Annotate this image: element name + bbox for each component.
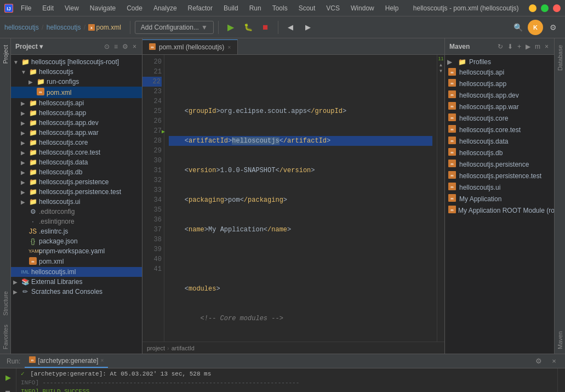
bottom-stop-button[interactable]: ⏹: [2, 386, 15, 392]
menu-refactor[interactable]: Refactor: [184, 3, 217, 13]
menu-tools[interactable]: Tools: [268, 3, 292, 13]
tree-item-app-dev[interactable]: ▶ 📁 helloscoutjs.app.dev: [11, 118, 142, 128]
stop-button[interactable]: ⏹: [258, 20, 273, 35]
code-line-23: <version>1.0.0-SNAPSHOT</version>: [169, 166, 432, 175]
editor-tab-pom[interactable]: m pom.xml (helloscoutjs) ×: [142, 39, 238, 54]
tree-item-core-test[interactable]: ▶ 📁 helloscoutjs.core.test: [11, 147, 142, 157]
maven-module-persistence-test[interactable]: m helloscoutjs.persistence.test: [445, 170, 554, 181]
menu-help[interactable]: Help: [381, 3, 403, 13]
menu-vcs[interactable]: VCS: [322, 3, 344, 13]
maven-module-persistence[interactable]: m helloscoutjs.persistence: [445, 158, 554, 170]
maven-add-button[interactable]: +: [516, 42, 522, 52]
tab-label: pom.xml (helloscoutjs): [159, 43, 224, 51]
maven-module-app[interactable]: m helloscoutjs.app: [445, 78, 554, 89]
editor-content[interactable]: 20 21 22 23 24 25 26 27 ▶ 28 29 30 31 32…: [142, 55, 444, 342]
tab-close-icon[interactable]: ×: [227, 44, 231, 50]
maven-module-app-dev[interactable]: m helloscoutjs.app.dev: [445, 89, 554, 101]
maven-profiles-section[interactable]: ▶ 📁 Profiles: [445, 57, 554, 67]
maximize-button[interactable]: [541, 4, 549, 12]
tree-item-editorconfig[interactable]: ⚙ .editorconfig: [11, 207, 142, 217]
close-button[interactable]: [553, 4, 561, 12]
tree-item-root[interactable]: ▼ 📁 helloscoutjs [helloscoutjs-root]: [11, 57, 142, 67]
run-button[interactable]: ▶: [223, 20, 238, 35]
maven-module-app-war[interactable]: m helloscoutjs.app.war: [445, 101, 554, 112]
bottom-settings-button[interactable]: ⚙: [532, 355, 545, 368]
folder-icon: 📁: [28, 158, 37, 166]
bottom-run-button[interactable]: ▶: [2, 371, 15, 384]
menu-view[interactable]: View: [60, 3, 83, 13]
maven-module-core-test[interactable]: m helloscoutjs.core.test: [445, 124, 554, 135]
tree-item-scratches[interactable]: ▶ ✏ Scratches and Consoles: [11, 287, 142, 297]
tree-item-db[interactable]: ▶ 📁 helloscoutjs.db: [11, 167, 142, 177]
add-configuration-button[interactable]: Add Configuration... ▼: [135, 21, 214, 34]
tree-item-iml[interactable]: IML helloscoutjs.iml: [11, 267, 142, 277]
maven-reload-button[interactable]: ↻: [496, 42, 504, 52]
maven-module-ui[interactable]: m helloscoutjs.ui: [445, 181, 554, 193]
maven-m-button[interactable]: m: [534, 42, 541, 52]
maven-module-core[interactable]: m helloscoutjs.core: [445, 112, 554, 124]
sidebar-tab-project[interactable]: Project: [1, 41, 10, 68]
run-tab-archetype[interactable]: m [archetype:generate] ×: [25, 354, 108, 368]
tree-item-persistence[interactable]: ▶ 📁 helloscoutjs.persistence: [11, 177, 142, 187]
tree-item-eslintrc[interactable]: JS .eslintrc.js: [11, 226, 142, 236]
tree-item-app[interactable]: ▶ 📁 helloscoutjs.app: [11, 108, 142, 118]
menu-window[interactable]: Window: [346, 3, 379, 13]
tree-item-pom-xml-main[interactable]: m pom.xml: [11, 87, 142, 98]
tree-item-pnpm-yaml[interactable]: YAML pnpm-workspace.yaml: [11, 246, 142, 256]
project-hide-button[interactable]: ×: [132, 42, 138, 52]
tree-item-package-json[interactable]: {} package.json: [11, 236, 142, 246]
counter-up-icon[interactable]: ▲: [439, 63, 443, 67]
tree-item-pom-xml-root[interactable]: m pom.xml: [11, 256, 142, 267]
tree-item-run-configs[interactable]: ▶ 📁 run-configs: [11, 77, 142, 87]
locate-file-button[interactable]: ⊙: [103, 42, 111, 52]
sidebar-tab-favorites[interactable]: Favorites: [1, 320, 10, 354]
maven-close-button[interactable]: ×: [544, 42, 550, 52]
toolbar-forward-button[interactable]: ▶: [300, 20, 316, 35]
tree-item-data[interactable]: ▶ 📁 helloscoutjs.data: [11, 157, 142, 167]
search-everywhere-button[interactable]: 🔍: [510, 20, 526, 35]
tree-item-helloscoutjs[interactable]: ▼ 📁 helloscoutjs: [11, 67, 142, 77]
menu-analyze[interactable]: Analyze: [149, 3, 181, 13]
menu-file[interactable]: File: [16, 3, 36, 13]
module-icon: m: [448, 206, 456, 215]
breadcrumb-artifactid[interactable]: artifactId: [172, 345, 195, 351]
menu-edit[interactable]: Edit: [38, 3, 58, 13]
collapse-all-button[interactable]: ≡: [113, 42, 119, 52]
bottom-scroll-bar[interactable]: [557, 368, 565, 392]
code-line-25: <name>My Application</name>: [169, 225, 432, 235]
project-settings-button[interactable]: ⚙: [121, 42, 129, 52]
debug-button[interactable]: 🐛: [241, 20, 256, 35]
tree-item-core[interactable]: ▶ 📁 helloscoutjs.core: [11, 138, 142, 147]
menu-build[interactable]: Build: [219, 3, 243, 13]
menu-run[interactable]: Run: [245, 3, 266, 13]
minimize-button[interactable]: [529, 4, 537, 12]
sidebar-tab-database[interactable]: Database: [556, 41, 564, 75]
menu-code[interactable]: Code: [122, 3, 147, 13]
tree-item-external-libs[interactable]: ▶ 📚 External Libraries: [11, 277, 142, 287]
maven-module-db[interactable]: m helloscoutjs.db: [445, 147, 554, 158]
sidebar-tab-structure[interactable]: Structure: [1, 287, 10, 320]
tree-item-api[interactable]: ▶ 📁 helloscoutjs.api: [11, 98, 142, 108]
user-profile-icon[interactable]: K: [528, 20, 543, 35]
tree-item-ui[interactable]: ▶ 📁 helloscoutjs.ui: [11, 197, 142, 207]
counter-down-icon[interactable]: ▼: [439, 69, 443, 73]
run-gutter-icon: ▶: [162, 127, 165, 137]
code-editor[interactable]: <groupId>org.eclipse.scout.apps</groupId…: [164, 55, 437, 342]
run-tab-close-icon[interactable]: ×: [100, 357, 104, 363]
settings-button[interactable]: ⚙: [545, 20, 561, 35]
maven-module-my-app[interactable]: m My Application: [445, 193, 554, 204]
maven-module-data[interactable]: m helloscoutjs.data: [445, 135, 554, 147]
maven-download-button[interactable]: ⬇: [506, 42, 514, 52]
toolbar-back-button[interactable]: ◀: [283, 20, 298, 35]
menu-scout[interactable]: Scout: [294, 3, 320, 13]
tree-item-eslintignore[interactable]: · .eslintignore: [11, 217, 142, 226]
tree-item-persistence-test[interactable]: ▶ 📁 helloscoutjs.persistence.test: [11, 187, 142, 197]
tree-item-app-war[interactable]: ▶ 📁 helloscoutjs.app.war: [11, 128, 142, 138]
breadcrumb-project[interactable]: project: [147, 345, 165, 351]
maven-module-api[interactable]: m helloscoutjs.api: [445, 67, 554, 78]
sidebar-tab-maven-right[interactable]: Maven: [556, 327, 564, 354]
maven-module-my-app-root[interactable]: m My Application ROOT Module (ro: [445, 204, 554, 216]
maven-run-button[interactable]: ▶: [524, 42, 532, 52]
menu-navigate[interactable]: Navigate: [85, 3, 120, 13]
bottom-close-button[interactable]: ×: [547, 355, 561, 368]
